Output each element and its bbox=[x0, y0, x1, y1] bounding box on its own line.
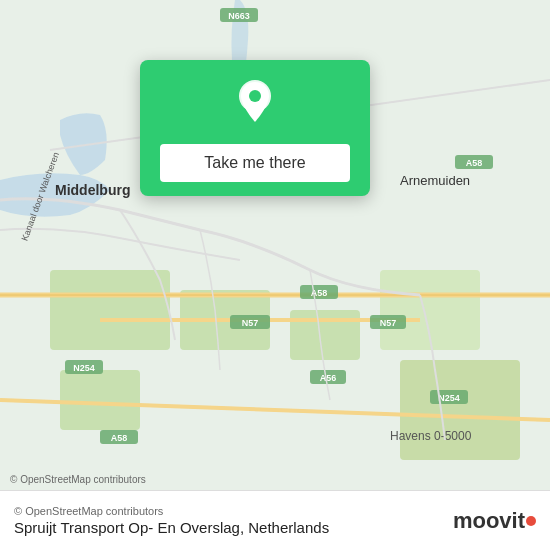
map-container[interactable]: N57 A58 A58 N254 N254 A56 A58 N663 N57 M… bbox=[0, 0, 550, 490]
svg-text:© OpenStreetMap contributors: © OpenStreetMap contributors bbox=[10, 474, 146, 485]
svg-rect-6 bbox=[400, 360, 520, 460]
copyright-text: © OpenStreetMap contributors bbox=[14, 505, 329, 517]
svg-text:N57: N57 bbox=[380, 318, 397, 328]
svg-point-36 bbox=[249, 90, 261, 102]
svg-text:A58: A58 bbox=[466, 158, 483, 168]
location-title: Spruijt Transport Op- En Overslag, Nethe… bbox=[14, 519, 329, 536]
svg-text:Havens 0-5000: Havens 0-5000 bbox=[390, 429, 472, 443]
svg-text:N57: N57 bbox=[242, 318, 259, 328]
moovit-logo: moovit bbox=[453, 508, 536, 534]
svg-text:N663: N663 bbox=[228, 11, 250, 21]
take-me-there-button[interactable]: Take me there bbox=[160, 144, 350, 182]
svg-text:A56: A56 bbox=[320, 373, 337, 383]
svg-rect-3 bbox=[290, 310, 360, 360]
footer-info: © OpenStreetMap contributors Spruijt Tra… bbox=[14, 505, 329, 536]
location-pin-icon bbox=[229, 78, 281, 130]
svg-rect-1 bbox=[50, 270, 170, 350]
svg-rect-4 bbox=[60, 370, 140, 430]
svg-text:Middelburg: Middelburg bbox=[55, 182, 130, 198]
footer: © OpenStreetMap contributors Spruijt Tra… bbox=[0, 490, 550, 550]
svg-text:N254: N254 bbox=[438, 393, 460, 403]
popup-card: Take me there bbox=[140, 60, 370, 196]
moovit-logo-text: moovit bbox=[453, 508, 525, 534]
moovit-logo-dot bbox=[526, 516, 536, 526]
svg-text:N254: N254 bbox=[73, 363, 95, 373]
svg-text:Arnemuiden: Arnemuiden bbox=[400, 173, 470, 188]
svg-text:A58: A58 bbox=[111, 433, 128, 443]
